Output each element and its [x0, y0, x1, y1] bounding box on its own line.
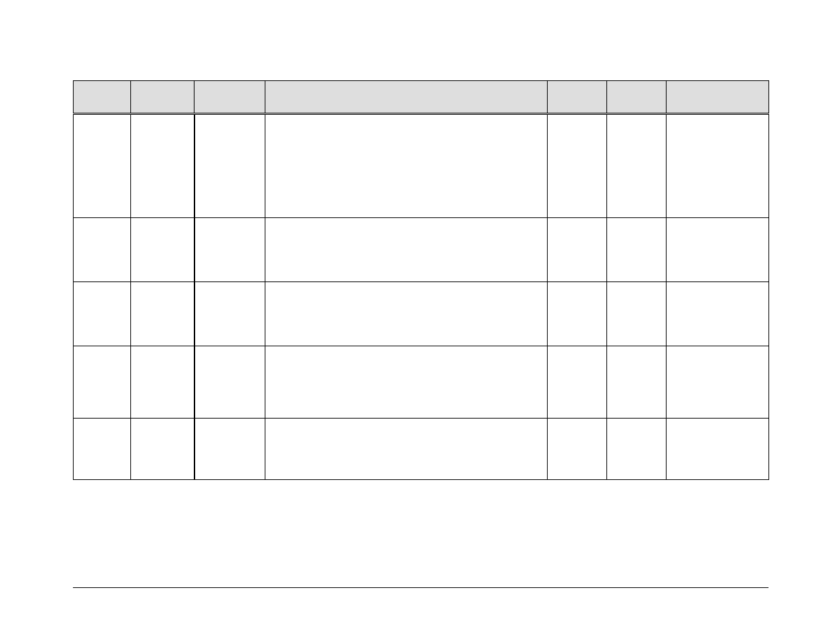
table-row — [74, 114, 769, 218]
table-row — [74, 419, 769, 480]
table-header-cell — [548, 81, 607, 114]
table-cell — [667, 346, 769, 419]
table-cell — [131, 346, 194, 419]
table-cell — [548, 282, 607, 346]
table-cell — [74, 346, 131, 419]
table-cell — [131, 282, 194, 346]
table-cell — [607, 114, 667, 218]
table-cell — [131, 114, 194, 218]
table-cell — [667, 218, 769, 282]
table-cell — [194, 346, 265, 419]
table-cell — [548, 114, 607, 218]
table-cell — [265, 218, 548, 282]
table-cell — [74, 419, 131, 480]
table-cell — [74, 282, 131, 346]
table-header-row — [74, 81, 769, 114]
table-header-cell — [194, 81, 265, 114]
table-cell — [667, 419, 769, 480]
table-cell — [131, 419, 194, 480]
footer-rule — [73, 587, 768, 588]
page — [0, 0, 834, 644]
table-row — [74, 218, 769, 282]
table-cell — [265, 114, 548, 218]
table-cell — [265, 419, 548, 480]
table-cell — [265, 282, 548, 346]
table-cell — [667, 114, 769, 218]
table-cell — [194, 419, 265, 480]
table-header-cell — [74, 81, 131, 114]
table-cell — [131, 218, 194, 282]
table-row — [74, 346, 769, 419]
table-header-cell — [131, 81, 194, 114]
table-cell — [607, 282, 667, 346]
table-cell — [74, 218, 131, 282]
table-cell — [607, 218, 667, 282]
table-header-cell — [607, 81, 667, 114]
table-cell — [194, 114, 265, 218]
data-table — [73, 80, 769, 480]
table-cell — [194, 282, 265, 346]
table-cell — [548, 218, 607, 282]
table-cell — [548, 419, 607, 480]
table-cell — [607, 419, 667, 480]
table-cell — [265, 346, 548, 419]
table-header-cell — [667, 81, 769, 114]
table-header-cell — [265, 81, 548, 114]
table-cell — [194, 218, 265, 282]
table-row — [74, 282, 769, 346]
table-cell — [607, 346, 667, 419]
table-cell — [74, 114, 131, 218]
table-cell — [548, 346, 607, 419]
table-cell — [667, 282, 769, 346]
